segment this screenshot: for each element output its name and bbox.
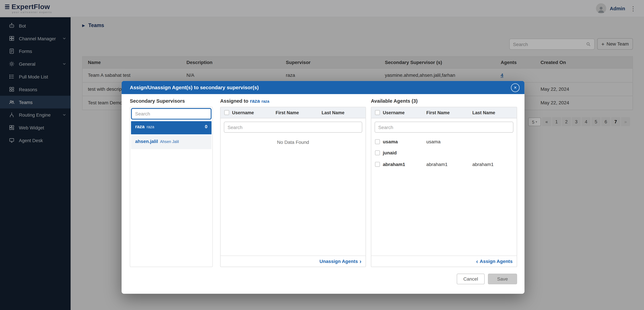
save-button[interactable]: Save <box>488 274 517 284</box>
assigned-search-box <box>224 122 362 133</box>
assigned-supervisor-username: raza <box>250 98 260 104</box>
assigned-search-input[interactable] <box>228 125 358 130</box>
agent-first-name: abraham1 <box>426 162 472 167</box>
row-checkbox[interactable] <box>375 150 380 156</box>
assigned-count-badge: 0 <box>205 124 208 129</box>
available-agents-heading: Available Agents (3) <box>371 98 517 107</box>
column-header-username: Username <box>383 110 426 115</box>
agent-username: usama <box>383 139 426 144</box>
available-agents-column: Available Agents (3) Username First Name… <box>371 98 517 267</box>
supervisor-fullname: Ahsen Jalil <box>160 139 179 144</box>
available-agents-panel: Username First Name Last Name usama usam… <box>371 107 517 267</box>
agent-username: abraham1 <box>383 162 426 167</box>
supervisors-search-box <box>131 108 212 120</box>
select-all-checkbox[interactable] <box>224 110 229 115</box>
secondary-supervisors-column: Secondary Supervisors raza raza 0 ahsen.… <box>130 98 213 267</box>
unassign-agents-label: Unassign Agents <box>320 259 358 264</box>
column-header-first-name: First Name <box>276 110 322 115</box>
supervisor-list-item[interactable]: ahsen.jalil Ahsen Jalil <box>131 136 212 149</box>
agent-row[interactable]: usama usama <box>371 136 517 147</box>
column-header-last-name: Last Name <box>322 110 366 115</box>
agent-first-name: usama <box>426 139 472 144</box>
supervisor-fullname: raza <box>147 124 154 129</box>
agent-row[interactable]: junaid <box>371 147 517 158</box>
supervisor-username: ahsen.jalil <box>135 139 158 144</box>
assigned-heading-prefix: Assigned to <box>220 98 248 104</box>
supervisor-list-item[interactable]: raza raza 0 <box>131 121 212 134</box>
assigned-supervisor-name: raza <box>262 99 269 104</box>
assign-agents-label: Assign Agents <box>480 259 513 264</box>
column-header-username: Username <box>232 110 276 115</box>
supervisors-panel: raza raza 0 ahsen.jalil Ahsen Jalil <box>130 107 213 267</box>
cancel-button[interactable]: Cancel <box>457 274 484 284</box>
secondary-supervisors-heading: Secondary Supervisors <box>130 98 213 107</box>
supervisor-username: raza <box>135 124 144 129</box>
select-all-checkbox[interactable] <box>375 110 380 115</box>
chevron-left-icon: ‹ <box>476 258 478 264</box>
available-search-box <box>374 122 513 133</box>
agent-row[interactable]: abraham1 abraham1 abraham1 <box>371 158 517 170</box>
no-data-found-text: No Data Found <box>220 140 366 144</box>
assigned-table-header: Username First Name Last Name <box>220 107 366 118</box>
column-header-last-name: Last Name <box>472 110 517 115</box>
available-table-header: Username First Name Last Name <box>371 107 517 118</box>
agent-last-name: abraham1 <box>472 162 517 167</box>
modal-title: Assign/Unassign Agent(s) to secondary su… <box>130 85 259 90</box>
assigned-heading: Assigned to raza raza <box>220 98 366 107</box>
row-checkbox[interactable] <box>375 162 380 167</box>
assign-agents-button[interactable]: ‹ Assign Agents <box>371 256 517 267</box>
unassign-agents-button[interactable]: Unassign Agents › <box>220 256 366 267</box>
assigned-agents-column: Assigned to raza raza Username First Nam… <box>220 98 366 267</box>
modal-footer: Cancel Save <box>457 274 517 284</box>
agent-username: junaid <box>383 150 426 156</box>
chevron-right-icon: › <box>360 258 361 264</box>
modal-body: Secondary Supervisors raza raza 0 ahsen.… <box>122 94 524 294</box>
row-checkbox[interactable] <box>375 139 380 144</box>
assigned-agents-panel: Username First Name Last Name No Data Fo… <box>220 107 366 267</box>
close-icon[interactable]: × <box>511 83 520 92</box>
supervisors-search-input[interactable] <box>135 112 207 116</box>
assign-agents-modal: Assign/Unassign Agent(s) to secondary su… <box>122 81 524 294</box>
available-search-input[interactable] <box>378 125 510 130</box>
modal-header: Assign/Unassign Agent(s) to secondary su… <box>122 81 524 94</box>
app-root: ExpertFlow your callcenter experts Admin… <box>0 0 644 310</box>
column-header-first-name: First Name <box>426 110 472 115</box>
